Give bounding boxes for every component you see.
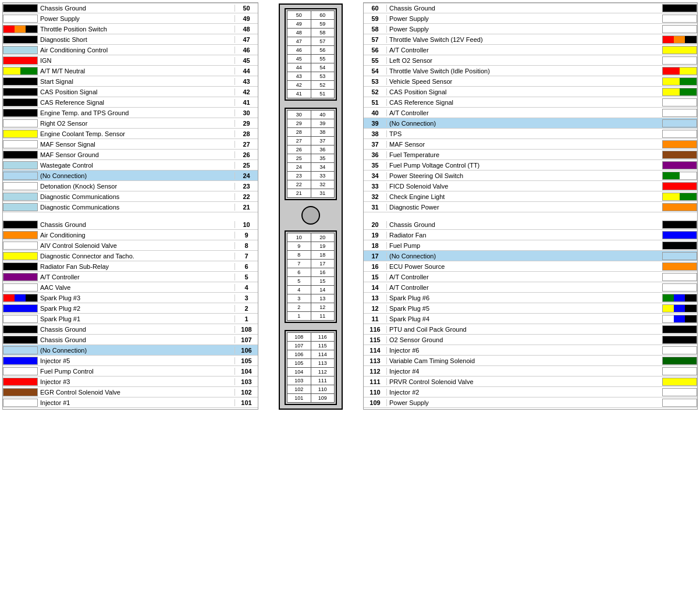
left-pin-row: Chassis Ground10: [3, 219, 258, 230]
color-swatch: [3, 304, 38, 313]
pin-label: Diagnostic Connector and Tacho.: [38, 253, 234, 260]
color-swatch: [3, 161, 38, 169]
pin-label: CAS Reference Signal: [38, 99, 234, 106]
left-pin-row: Injector #3103: [3, 377, 258, 387]
left-pin-row: CAS Position Signal42: [3, 87, 258, 97]
pin-label: (No Connection): [38, 172, 234, 179]
right-pin-row: 53Vehicle Speed Sensor: [364, 76, 697, 87]
right-pin-row: 55Left O2 Sensor: [364, 55, 697, 66]
right-pin-row: 18Fuel Pump: [364, 240, 697, 251]
rpin-number: 32: [364, 193, 387, 200]
rpin-number: 19: [364, 232, 387, 239]
pin-number: 6: [234, 263, 258, 270]
pin-number: 10: [234, 221, 258, 228]
pin-label: Injector #1: [38, 399, 234, 406]
right-pin-row: 58Power Supply: [364, 24, 697, 34]
color-swatch: [3, 221, 38, 229]
rpin-swatch: [662, 56, 697, 65]
pin-number: 26: [234, 151, 258, 158]
rpin-swatch: [662, 346, 697, 354]
rpin-label: Diagnostic Power: [387, 204, 662, 211]
color-swatch: [3, 182, 38, 190]
rpin-label: Chassis Ground: [387, 5, 662, 12]
color-swatch: [3, 98, 38, 106]
rpin-number: 31: [364, 204, 387, 211]
right-pin-row: 116PTU and Coil Pack Ground: [364, 324, 697, 335]
left-pin-row: Engine Coolant Temp. Sensor28: [3, 129, 258, 139]
pin-number: 104: [234, 368, 258, 375]
center-panel: 5060495948584757465645554454435342524151…: [258, 2, 363, 410]
rpin-label: PTU and Coil Pack Ground: [387, 326, 662, 333]
pin-number: 107: [234, 336, 258, 343]
rpin-label: Injector #6: [387, 347, 662, 354]
pin-label: Spark Plug #2: [38, 305, 234, 312]
color-swatch: [3, 4, 38, 12]
rpin-swatch: [662, 294, 697, 302]
rpin-label: Radiator Fan: [387, 232, 662, 239]
pin-number: 42: [234, 88, 258, 95]
pin-label: Engine Coolant Temp. Sensor: [38, 130, 234, 137]
pin-number: 102: [234, 389, 258, 396]
color-swatch: [3, 193, 38, 201]
rpin-number: 18: [364, 242, 387, 249]
pin-number: 106: [234, 347, 258, 354]
rpin-swatch: [662, 388, 697, 396]
pin-label: Chassis Ground: [38, 326, 234, 333]
right-pin-row: 114Injector #6: [364, 345, 697, 356]
rpin-swatch: [662, 172, 697, 180]
pin-label: Start Signal: [38, 78, 234, 85]
rpin-label: CAS Position Signal: [387, 88, 662, 95]
rpin-label: (No Connection): [387, 253, 662, 260]
pin-label: Power Supply: [38, 15, 234, 22]
rpin-swatch: [662, 231, 697, 239]
pin-number: 108: [234, 326, 258, 333]
color-swatch: [3, 203, 38, 211]
pin-label: Chassis Ground: [38, 221, 234, 228]
color-swatch: [3, 378, 38, 386]
rpin-number: 109: [364, 399, 387, 406]
rpin-swatch: [662, 88, 697, 96]
right-pin-row: 15A/T Controller: [364, 272, 697, 282]
rpin-number: 20: [364, 221, 387, 228]
pin-label: Injector #5: [38, 357, 234, 364]
pin-number: 48: [234, 26, 258, 33]
rpin-swatch: [662, 109, 697, 117]
left-pin-row: Chassis Ground107: [3, 335, 258, 345]
rpin-number: 11: [364, 315, 387, 322]
pin-label: EGR Control Solenoid Valve: [38, 389, 234, 396]
pin-label: (No Connection): [38, 347, 234, 354]
pin-label: AIV Control Solenoid Valve: [38, 242, 234, 249]
left-pin-row: Chassis Ground108: [3, 324, 258, 335]
pin-number: 22: [234, 193, 258, 200]
connector-circle: [301, 206, 320, 225]
rpin-swatch: [662, 98, 697, 106]
rpin-label: Injector #4: [387, 368, 662, 375]
rpin-number: 37: [364, 141, 387, 148]
main-container: Chassis Ground50Power Supply49Throttle P…: [0, 0, 700, 412]
left-pin-row: Radiator Fan Sub-Relay6: [3, 261, 258, 272]
right-pin-row: 16ECU Power Source: [364, 261, 697, 272]
right-pin-row: 37MAF Sensor: [364, 139, 697, 150]
right-pin-row: 14A/T Controller: [364, 282, 697, 293]
left-pin-row: Diagnostic Short47: [3, 34, 258, 45]
rpin-swatch: [662, 193, 697, 201]
rpin-label: Spark Plug #4: [387, 315, 662, 322]
left-pin-row: Spark Plug #22: [3, 303, 258, 314]
right-pin-row: 51CAS Reference Signal: [364, 97, 697, 108]
rpin-label: CAS Reference Signal: [387, 99, 662, 106]
rpin-swatch: [662, 182, 697, 190]
color-swatch: [3, 46, 38, 54]
pin-label: Spark Plug #1: [38, 315, 234, 322]
pin-label: MAF Sensor Signal: [38, 141, 234, 148]
color-swatch: [3, 140, 38, 148]
pin-number: 5: [234, 274, 258, 280]
rpin-swatch: [662, 140, 697, 148]
right-pin-row: 111PRVR Control Solenoid Valve: [364, 377, 697, 387]
right-pin-row: 38TPS: [364, 129, 697, 139]
rpin-swatch: [662, 203, 697, 211]
color-swatch: [3, 399, 38, 407]
rpin-number: 115: [364, 336, 387, 343]
left-pin-row: Wastegate Control25: [3, 160, 258, 171]
rpin-number: 36: [364, 151, 387, 158]
pin-number: 7: [234, 253, 258, 260]
